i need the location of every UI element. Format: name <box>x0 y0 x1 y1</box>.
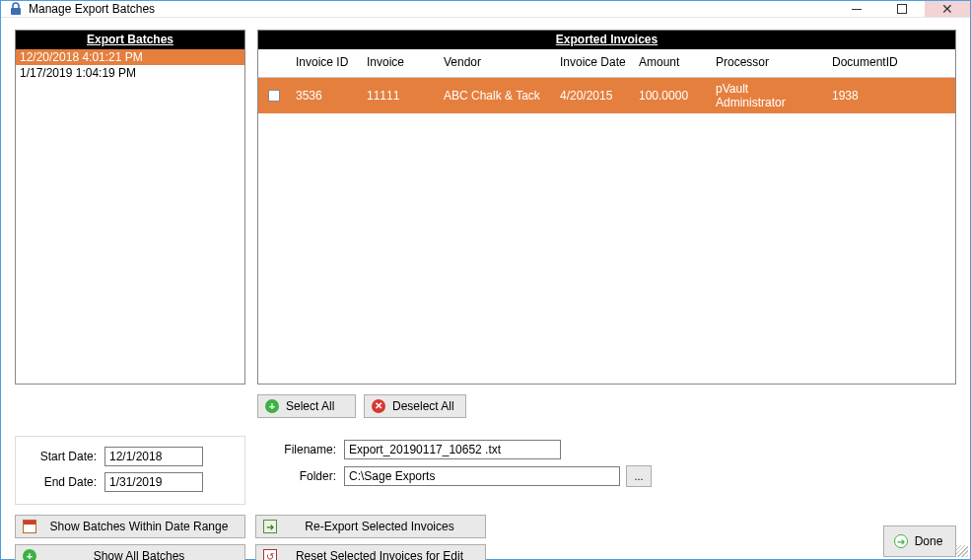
done-label: Done <box>915 534 943 548</box>
browse-folder-button[interactable]: ... <box>626 465 652 487</box>
reset-invoices-button[interactable]: ↺ Reset Selected Invoices for Edit <box>255 544 486 560</box>
column-checkbox[interactable] <box>258 49 290 77</box>
column-vendor[interactable]: Vendor <box>438 49 554 77</box>
select-all-label: Select All <box>286 399 334 413</box>
invoice-grid-body: 3536 11111 ABC Chalk & Tack 4/20/2015 10… <box>258 78 955 384</box>
folder-label: Folder: <box>265 469 344 483</box>
export-arrow-icon: ➜ <box>262 519 278 534</box>
export-file-group: Filename: Folder: ... <box>265 436 956 505</box>
cell-amount: 100.0000 <box>633 85 710 106</box>
x-circle-icon: ✕ <box>371 398 386 414</box>
deselect-all-label: Deselect All <box>392 399 454 413</box>
show-batches-range-label: Show Batches Within Date Range <box>43 520 235 533</box>
column-amount[interactable]: Amount <box>633 49 710 77</box>
export-batches-panel: Export Batches 12/20/2018 4:01:21 PM 1/1… <box>15 30 245 385</box>
window: Manage Export Batches ✕ Export Batches 1… <box>0 0 971 560</box>
invoice-checkbox[interactable] <box>258 86 290 105</box>
svg-rect-0 <box>11 8 21 15</box>
done-button[interactable]: ➔ Done <box>883 525 956 557</box>
check-circle-icon: ➔ <box>893 533 909 549</box>
show-all-batches-label: Show All Batches <box>43 549 235 560</box>
cell-invoice: 11111 <box>361 85 438 106</box>
batch-list[interactable]: 12/20/2018 4:01:21 PM 1/17/2019 1:04:19 … <box>16 49 244 384</box>
filename-field[interactable] <box>344 440 561 459</box>
column-processor[interactable]: Processor <box>710 49 826 77</box>
reset-invoices-label: Reset Selected Invoices for Edit <box>284 549 475 560</box>
export-batches-header: Export Batches <box>16 31 244 49</box>
invoice-row[interactable]: 3536 11111 ABC Chalk & Tack 4/20/2015 10… <box>258 78 955 113</box>
show-batches-range-button[interactable]: Show Batches Within Date Range <box>15 515 245 538</box>
deselect-all-button[interactable]: ✕ Deselect All <box>364 394 466 418</box>
invoice-grid-header: Invoice ID Invoice Vendor Invoice Date A… <box>258 49 955 78</box>
plus-circle-icon: + <box>264 398 280 414</box>
select-all-button[interactable]: + Select All <box>257 394 356 418</box>
resize-grip[interactable] <box>956 545 968 557</box>
exported-invoices-header: Exported Invoices <box>258 31 955 49</box>
cell-document-id: 1938 <box>826 85 955 106</box>
calendar-icon <box>22 519 37 534</box>
cell-invoice-id: 3536 <box>290 85 361 106</box>
minimize-button[interactable] <box>834 1 879 17</box>
window-controls: ✕ <box>834 1 970 17</box>
column-invoice[interactable]: Invoice <box>361 49 438 77</box>
lock-icon <box>9 2 23 16</box>
batch-row[interactable]: 1/17/2019 1:04:19 PM <box>16 65 244 81</box>
cell-vendor: ABC Chalk & Tack <box>438 85 554 106</box>
date-range-group: Start Date: End Date: <box>15 436 245 505</box>
column-document-id[interactable]: DocumentID <box>826 49 955 77</box>
close-button[interactable]: ✕ <box>925 1 970 17</box>
reexport-button[interactable]: ➜ Re-Export Selected Invoices <box>255 515 486 538</box>
end-date-field[interactable] <box>104 472 203 492</box>
reexport-label: Re-Export Selected Invoices <box>284 520 475 533</box>
exported-invoices-panel: Exported Invoices Invoice ID Invoice Ven… <box>257 30 956 385</box>
column-invoice-id[interactable]: Invoice ID <box>290 49 361 77</box>
filename-label: Filename: <box>265 443 344 456</box>
show-all-batches-button[interactable]: + Show All Batches <box>15 544 245 560</box>
folder-field[interactable] <box>344 466 620 486</box>
cell-processor: pVault Administrator <box>710 78 826 113</box>
window-title: Manage Export Batches <box>29 2 155 16</box>
column-invoice-date[interactable]: Invoice Date <box>554 49 633 77</box>
end-date-label: End Date: <box>26 475 104 489</box>
titlebar: Manage Export Batches ✕ <box>1 1 970 18</box>
maximize-button[interactable] <box>879 1 925 17</box>
cell-invoice-date: 4/20/2015 <box>554 85 633 106</box>
reset-icon: ↺ <box>262 548 278 560</box>
batch-row[interactable]: 12/20/2018 4:01:21 PM <box>16 49 244 65</box>
plus-circle-icon: + <box>22 548 37 560</box>
start-date-label: Start Date: <box>26 450 104 463</box>
start-date-field[interactable] <box>104 447 203 466</box>
